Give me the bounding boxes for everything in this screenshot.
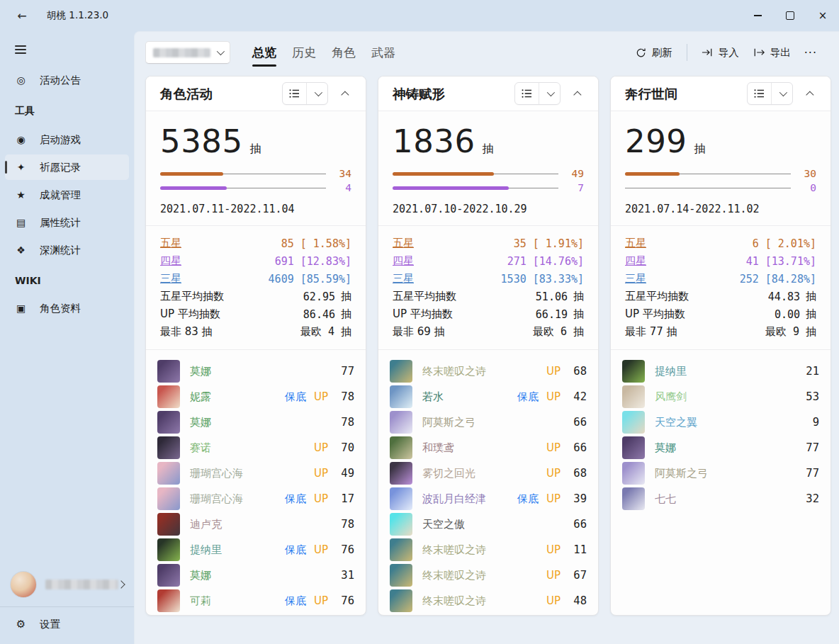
drop-list-item: 终末嗟叹之诗 保底 UP 48 [390,588,587,614]
pity-bar-track [160,172,326,176]
chevron-up-icon [573,91,581,98]
guarantee-badge: 保底 [517,390,539,404]
stat-row: 最非 83 抽 最欧 4 抽 [160,323,351,341]
stat-row: UP 平均抽数 0.00 抽 [625,305,816,323]
stat-label[interactable]: 最非 69 抽 [393,325,533,339]
stat-label[interactable]: 四星 [160,254,275,268]
pity-bar-track [393,186,558,190]
banner-card: 角色活动 [145,76,366,616]
stat-row: 三星 252 [84.28%] [625,270,816,288]
pity-bar-value: 34 [326,168,351,179]
hamburger-icon [15,45,26,47]
item-pull-count: 66 [568,416,587,429]
guarantee-badge: 保底 [517,492,539,506]
list-mode-dropdown-button[interactable] [771,83,792,104]
stat-label[interactable]: 三星 [625,272,740,286]
stat-label[interactable]: UP 平均抽数 [393,307,536,321]
sidebar-item[interactable]: ◎ 活动公告 [5,67,129,93]
stat-label[interactable]: 五星平均抽数 [625,290,768,303]
list-mode-split-button [282,82,328,105]
import-button[interactable]: 导入 [694,41,746,64]
export-icon [753,47,765,57]
minimize-button[interactable] [741,0,774,31]
stat-label[interactable]: UP 平均抽数 [160,307,303,321]
back-button[interactable]: ← [10,5,34,26]
guarantee-badge: 保底 [285,594,306,608]
close-button[interactable]: × [806,0,839,31]
item-pull-count: 53 [801,390,819,403]
list-view-button[interactable] [515,83,539,104]
chevron-right-icon [117,580,125,588]
card-header: 神铸赋形 [378,77,598,111]
sidebar-item[interactable]: ✦ 祈愿记录 [5,154,129,180]
list-view-button[interactable] [748,83,771,104]
item-name: 阿莫斯之弓 [422,416,568,429]
user-account-row[interactable] [0,565,134,605]
item-name: 提纳里 [190,543,285,557]
item-pull-count: 66 [568,518,587,531]
item-avatar [622,360,645,383]
collapse-card-button[interactable] [801,83,822,104]
stat-label[interactable]: 五星 [160,237,281,250]
maximize-button[interactable] [774,0,806,31]
hamburger-menu-button[interactable] [10,38,34,61]
item-avatar [157,436,180,459]
gear-icon: ⚙ [14,618,28,631]
collapse-card-button[interactable] [336,83,357,104]
stat-label[interactable]: 四星 [625,254,746,268]
stat-unit: 抽 [573,307,584,321]
stat-label[interactable]: 五星平均抽数 [160,290,303,303]
drop-list-item: 提纳里 保底 UP 76 [157,537,354,563]
refresh-button[interactable]: 刷新 [629,41,680,64]
stat-label[interactable]: 五星 [625,237,753,250]
stat-row: 最非 77 抽 最欧 9 抽 [625,323,816,341]
sidebar-item[interactable]: ◉ 启动游戏 [5,127,129,152]
card-header: 奔行世间 [611,77,830,111]
item-name: 莫娜 [190,365,336,378]
tab[interactable]: 武器 [364,40,403,66]
pity-bar-fill [625,172,680,176]
sidebar-item-settings[interactable]: ⚙ 设置 [5,610,129,638]
stat-label[interactable]: UP 平均抽数 [625,307,775,321]
stat-label[interactable]: 三星 [393,272,501,286]
stat-label[interactable]: 五星平均抽数 [393,290,536,303]
export-button[interactable]: 导出 [746,41,798,64]
stat-label[interactable]: 三星 [160,272,269,286]
stat-label[interactable]: 最非 77 抽 [625,325,765,339]
sidebar-item[interactable]: ▤ 属性统计 [5,210,129,235]
list-mode-dropdown-button[interactable] [539,83,560,104]
close-icon: × [818,9,828,22]
back-arrow-icon: ← [17,9,26,23]
tab[interactable]: 历史 [284,40,324,66]
sidebar-item-icon: ◎ [14,74,28,86]
collapse-card-button[interactable] [568,83,590,104]
toolbar-separator [687,44,687,61]
item-name: 波乱月白经津 [422,492,517,506]
item-name: 终末嗟叹之诗 [422,569,546,582]
stat-value: 1530 [83.33%] [501,273,584,286]
drop-list: 终末嗟叹之诗 保底 UP 68 若水 保底 UP 42 [378,350,598,615]
drop-list-item: 天空之翼 保底 UP 9 [622,409,819,435]
total-pulls-unit: 抽 [483,142,494,157]
stat-value: 252 [84.28%] [740,273,816,286]
stat-value: 51.06 [536,290,568,303]
stat-label[interactable]: 最非 83 抽 [160,325,300,339]
stat-label[interactable]: 四星 [393,254,507,268]
up-badge: UP [546,390,561,403]
more-button[interactable]: ··· [798,41,823,64]
tab[interactable]: 总览 [244,40,284,66]
list-view-button[interactable] [283,83,306,104]
pity-bar-row: 34 [160,166,351,181]
tab[interactable]: 角色 [324,40,364,66]
stat-label[interactable]: 五星 [393,237,514,250]
sidebar-item-label: 活动公告 [40,74,81,87]
account-dropdown[interactable] [145,41,230,64]
sidebar-divider [0,606,134,607]
sidebar-item[interactable]: ▣ 角色资料 [5,295,129,321]
item-pull-count: 78 [336,518,354,531]
list-mode-dropdown-button[interactable] [306,83,327,104]
sidebar-item[interactable]: ★ 成就管理 [5,182,129,208]
sidebar-item[interactable]: ❖ 深渊统计 [5,237,129,263]
drop-list-item: 天空之傲 保底 UP 66 [390,512,587,537]
chevron-down-icon [314,89,322,96]
